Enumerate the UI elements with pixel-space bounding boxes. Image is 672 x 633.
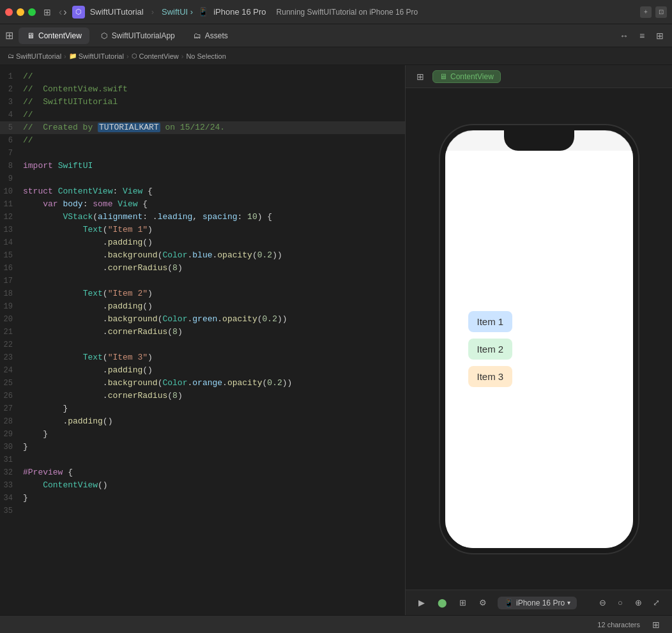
code-line-29[interactable]: 29 }: [0, 428, 405, 441]
preview-bottom-bar: ▶ ⬤ ⊞ ⚙ 📱 iPhone 16 Pro ▾ ⊖ ○ ⊕ ⤢: [406, 590, 672, 615]
line-content-12: VStack(alignment: .leading, spacing: 10)…: [23, 211, 400, 224]
code-line-35[interactable]: 35: [0, 505, 405, 517]
grid-button[interactable]: ⊞: [454, 595, 471, 611]
fullscreen-button[interactable]: [28, 8, 36, 16]
device-settings-button[interactable]: ⚙: [475, 595, 491, 611]
line-number-18: 18: [0, 287, 23, 300]
code-line-2[interactable]: 2// ContentView.swift: [0, 83, 405, 96]
code-line-10[interactable]: 10struct ContentView: View {: [0, 185, 405, 198]
line-number-28: 28: [0, 415, 23, 428]
line-number-3: 3: [0, 96, 23, 109]
swift-badge: SwiftUI ›: [162, 7, 193, 17]
code-line-33[interactable]: 33 ContentView(): [0, 479, 405, 492]
code-line-34[interactable]: 34}: [0, 492, 405, 505]
code-line-17[interactable]: 17: [0, 275, 405, 287]
project-nav-icon[interactable]: ⊞: [5, 29, 13, 42]
line-content-30: }: [23, 441, 400, 454]
line-content-25: .background(Color.orange.opacity(0.2)): [23, 377, 400, 390]
pin-button[interactable]: ⊞: [413, 70, 427, 84]
code-line-16[interactable]: 16 .cornerRadius(8): [0, 262, 405, 275]
line-number-17: 17: [0, 275, 23, 287]
char-count: 12 characters: [597, 621, 640, 629]
code-line-9[interactable]: 9: [0, 172, 405, 185]
code-line-19[interactable]: 19 .padding(): [0, 300, 405, 313]
code-line-18[interactable]: 18 Text("Item 2"): [0, 287, 405, 300]
toolbar: ⊞ 🖥 ContentView ⬡ SwiftUITutorialApp 🗂 A…: [0, 24, 672, 47]
code-line-11[interactable]: 11 var body: some View {: [0, 198, 405, 211]
code-line-15[interactable]: 15 .background(Color.blue.opacity(0.2)): [0, 249, 405, 262]
line-number-30: 30: [0, 441, 23, 454]
folder-icon: 📁: [69, 52, 77, 59]
close-button[interactable]: [5, 8, 13, 16]
code-line-26[interactable]: 26 .cornerRadius(8): [0, 390, 405, 402]
line-number-14: 14: [0, 236, 23, 249]
code-line-25[interactable]: 25 .background(Color.orange.opacity(0.2)…: [0, 377, 405, 390]
code-line-5[interactable]: 5// Created by TUTORIALKART on 15/12/24.: [0, 121, 405, 134]
code-line-31[interactable]: 31: [0, 454, 405, 466]
code-line-7[interactable]: 7: [0, 147, 405, 160]
line-number-33: 33: [0, 479, 23, 492]
line-content-29: }: [23, 428, 400, 441]
zoom-controls: ⊖ ○ ⊕ ⤢: [594, 595, 664, 611]
zoom-fullscreen-button[interactable]: ⤢: [648, 595, 664, 611]
line-content-33: ContentView(): [23, 479, 400, 492]
code-line-3[interactable]: 3// SwiftUITutorial: [0, 96, 405, 109]
zoom-fit-button[interactable]: ○: [612, 595, 629, 611]
code-line-4[interactable]: 4//: [0, 109, 405, 121]
device-selector[interactable]: 📱 iPhone 16 Pro ▾: [498, 597, 577, 609]
tab-tutorialapp[interactable]: ⬡ SwiftUITutorialApp: [92, 27, 183, 44]
code-line-22[interactable]: 22: [0, 339, 405, 351]
minimize-button[interactable]: [17, 8, 24, 16]
line-content-28: .padding(): [23, 415, 400, 428]
live-preview-button[interactable]: ⬤: [434, 595, 450, 611]
code-line-27[interactable]: 27 }: [0, 402, 405, 415]
add-button[interactable]: +: [640, 6, 652, 18]
code-line-1[interactable]: 1//: [0, 70, 405, 83]
code-line-24[interactable]: 24 .padding(): [0, 364, 405, 377]
code-line-32[interactable]: 32#Preview {: [0, 466, 405, 479]
window-controls: + ⊡: [640, 6, 667, 18]
back-arrow[interactable]: ‹: [59, 6, 62, 18]
tab-assets[interactable]: 🗂 Assets: [185, 27, 236, 44]
code-line-28[interactable]: 28 .padding(): [0, 415, 405, 428]
line-content-34: }: [23, 492, 400, 505]
zoom-in-button[interactable]: ⊕: [630, 595, 646, 611]
split-button[interactable]: ⊡: [655, 6, 667, 18]
line-content-26: .cornerRadius(8): [23, 390, 400, 402]
code-line-13[interactable]: 13 Text("Item 1"): [0, 224, 405, 236]
breadcrumb-file[interactable]: ⬡ ContentView: [132, 52, 179, 60]
swiftui-item-1: Item 1: [468, 311, 513, 332]
code-line-14[interactable]: 14 .padding(): [0, 236, 405, 249]
grid-view-toggle[interactable]: ⊞: [653, 29, 667, 43]
preview-panel: ⊞ 🖥 ContentView Item 1 Item 2 Item 3 ▶: [406, 65, 672, 615]
code-line-12[interactable]: 12 VStack(alignment: .leading, spacing: …: [0, 211, 405, 224]
code-editor[interactable]: 1//2// ContentView.swift3// SwiftUITutor…: [0, 65, 406, 615]
code-line-30[interactable]: 30}: [0, 441, 405, 454]
tab-contentview[interactable]: 🖥 ContentView: [19, 27, 89, 44]
line-number-26: 26: [0, 390, 23, 402]
zoom-out-button[interactable]: ⊖: [594, 595, 611, 611]
code-line-20[interactable]: 20 .background(Color.green.opacity(0.2)): [0, 313, 405, 326]
breadcrumb-project[interactable]: 🗂 SwiftUITutorial: [8, 52, 61, 60]
sidebar-toggle-icon[interactable]: ⊞: [43, 7, 51, 17]
running-text: Running SwiftUITutorial on iPhone 16 Pro: [277, 8, 418, 17]
line-content-3: // SwiftUITutorial: [23, 96, 400, 109]
code-line-23[interactable]: 23 Text("Item 3"): [0, 351, 405, 364]
contentview-badge[interactable]: 🖥 ContentView: [432, 70, 501, 83]
code-line-6[interactable]: 6//: [0, 134, 405, 147]
line-number-16: 16: [0, 262, 23, 275]
play-button[interactable]: ▶: [413, 595, 430, 611]
status-expand-button[interactable]: ⊞: [648, 616, 664, 633]
line-number-21: 21: [0, 326, 23, 339]
breadcrumb-group[interactable]: 📁 SwiftUITutorial: [69, 52, 124, 60]
list-view-toggle[interactable]: ≡: [635, 29, 649, 43]
traffic-lights: [5, 8, 36, 16]
line-number-10: 10: [0, 185, 23, 198]
toolbar-right: ↔ ≡ ⊞: [617, 29, 667, 43]
forward-arrow[interactable]: ›: [63, 6, 66, 18]
code-line-8[interactable]: 8import SwiftUI: [0, 160, 405, 172]
code-line-21[interactable]: 21 .cornerRadius(8): [0, 326, 405, 339]
line-content-20: .background(Color.green.opacity(0.2)): [23, 313, 400, 326]
inspector-toggle[interactable]: ↔: [617, 29, 631, 43]
iphone-mockup: Item 1 Item 2 Item 3: [440, 125, 638, 553]
